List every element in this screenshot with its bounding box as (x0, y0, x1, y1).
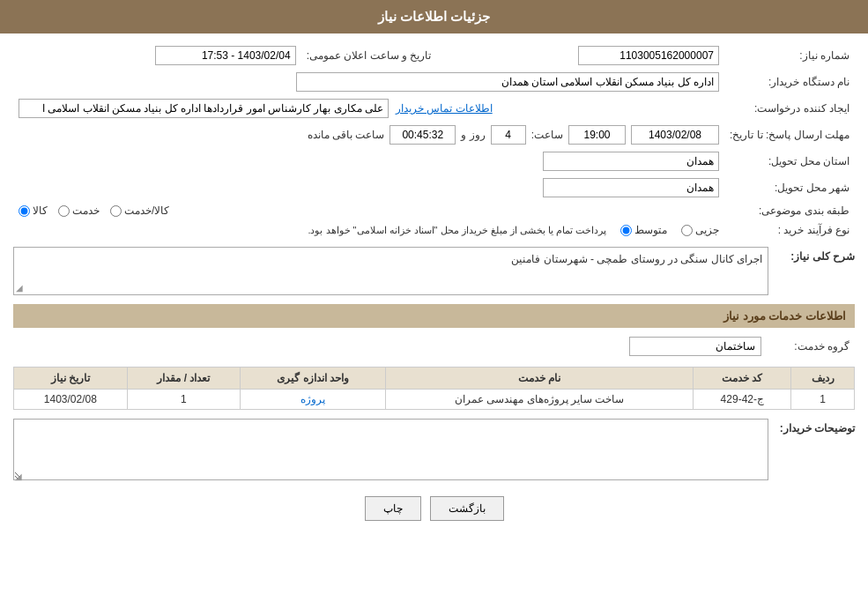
date-input[interactable] (631, 125, 719, 145)
province-input[interactable] (543, 152, 719, 171)
cell-qty: 1 (127, 390, 241, 410)
col-date: تاریخ نیاز (14, 368, 128, 390)
deadline-label: مهلت ارسال پاسخ: تا تاریخ: (724, 122, 855, 148)
print-button[interactable]: چاپ (365, 496, 421, 521)
buyer-org-label: نام دستگاه خریدار: (724, 69, 855, 95)
page-title: جزئیات اطلاعات نیاز (378, 9, 490, 24)
category-khedmat-radio[interactable] (58, 205, 70, 217)
back-button[interactable]: بازگشت (430, 496, 504, 521)
col-code: کد خدمت (694, 368, 791, 390)
buyer-desc-textarea[interactable] (13, 419, 768, 480)
buyer-desc-resize-icon: ◢ (15, 472, 22, 481)
creator-input[interactable] (19, 99, 389, 118)
col-row: ردیف (791, 368, 855, 390)
announcement-input[interactable] (155, 46, 296, 65)
cell-code: ج-42-429 (694, 390, 791, 410)
days-label: روز و (461, 129, 485, 141)
time-label: ساعت: (531, 129, 563, 141)
purchase-type-row: پرداخت تمام یا بخشی از مبلغ خریداز محل "… (13, 220, 724, 240)
creator-row: اطلاعات تماس خریدار (13, 95, 724, 122)
col-unit: واحد اندازه گیری (241, 368, 386, 390)
creator-contact-link[interactable]: اطلاعات تماس خریدار (396, 102, 493, 115)
description-box: اجرای کانال سنگی در روستای طمچی - شهرستا… (13, 247, 768, 295)
resize-icon: ◢ (16, 283, 23, 293)
purchase-type-partial-radio[interactable] (681, 225, 693, 236)
need-number-label: شماره نیاز: (724, 42, 855, 69)
purchase-type-note: پرداخت تمام یا بخشی از مبلغ خریداز محل "… (308, 225, 606, 236)
category-kala-radio[interactable] (19, 205, 30, 217)
purchase-type-medium-text: متوسط (634, 224, 667, 236)
city-label: شهر محل تحویل: (724, 175, 855, 201)
remaining-label: ساعت باقی مانده (308, 129, 385, 141)
cell-date: 1403/02/08 (14, 390, 128, 410)
info-table: شماره نیاز: تاریخ و ساعت اعلان عمومی: نا… (13, 42, 855, 240)
category-kala-label[interactable]: کالا (19, 204, 48, 217)
category-kala-khedmat-text: کالا/خدمت (124, 204, 169, 217)
deadline-row: ساعت باقی مانده روز و ساعت: (13, 122, 724, 148)
creator-label: ایجاد کننده درخواست: (724, 95, 855, 122)
purchase-type-label: نوع فرآیند خرید : (724, 220, 855, 240)
purchase-type-medium-label[interactable]: متوسط (620, 224, 667, 236)
service-group-input[interactable] (629, 337, 761, 356)
page-header: جزئیات اطلاعات نیاز (0, 0, 868, 33)
button-row: بازگشت چاپ (13, 496, 855, 521)
buyer-org-input[interactable] (296, 72, 719, 92)
cell-unit: پروژه (241, 390, 386, 410)
category-khedmat-text: خدمت (72, 204, 100, 217)
category-kala-khedmat-label[interactable]: کالا/خدمت (110, 204, 169, 217)
category-label: طبقه بندی موضوعی: (724, 201, 855, 220)
service-group-label: گروه خدمت: (767, 333, 855, 360)
services-section-header: اطلاعات خدمات مورد نیاز (13, 304, 855, 328)
purchase-type-partial-text: جزیی (695, 224, 719, 236)
col-qty: تعداد / مقدار (127, 368, 241, 390)
days-input[interactable] (491, 125, 526, 145)
category-row: کالا خدمت کالا/خدمت (13, 201, 724, 220)
city-value (13, 175, 724, 201)
service-group-table: گروه خدمت: (13, 333, 855, 360)
service-group-value (13, 333, 767, 360)
need-number-input[interactable] (578, 46, 719, 65)
description-label-text: شرح کلی نیاز: (790, 250, 855, 263)
services-section-label: اطلاعات خدمات مورد نیاز (723, 309, 846, 323)
buyer-desc-label-container: توضیحات خریدار: (775, 419, 855, 434)
cell-row: 1 (791, 390, 855, 410)
description-text: اجرای کانال سنگی در روستای طمچی - شهرستا… (511, 253, 762, 265)
announcement-label: تاریخ و ساعت اعلان عمومی: (301, 42, 437, 69)
time-input[interactable] (568, 125, 626, 145)
need-number-value (436, 42, 724, 69)
province-value (13, 148, 724, 175)
purchase-type-medium-radio[interactable] (620, 225, 632, 236)
announcement-value (13, 42, 301, 69)
remaining-input[interactable] (389, 125, 456, 145)
category-kala-khedmat-radio[interactable] (110, 205, 122, 217)
description-section-label: شرح کلی نیاز: (775, 247, 855, 263)
table-row: 1 ج-42-429 ساخت سایر پروژه‌های مهندسی عم… (14, 390, 855, 410)
buyer-org-value (13, 69, 724, 95)
category-khedmat-label[interactable]: خدمت (58, 204, 100, 217)
purchase-type-partial-label[interactable]: جزیی (681, 224, 719, 236)
services-table: ردیف کد خدمت نام خدمت واحد اندازه گیری ت… (13, 367, 855, 410)
city-input[interactable] (543, 178, 719, 197)
category-kala-text: کالا (33, 204, 48, 217)
buyer-desc-label: توضیحات خریدار: (780, 422, 855, 434)
col-name: نام خدمت (385, 368, 693, 390)
cell-name: ساخت سایر پروژه‌های مهندسی عمران (385, 390, 693, 410)
province-label: استان محل تحویل: (724, 148, 855, 175)
